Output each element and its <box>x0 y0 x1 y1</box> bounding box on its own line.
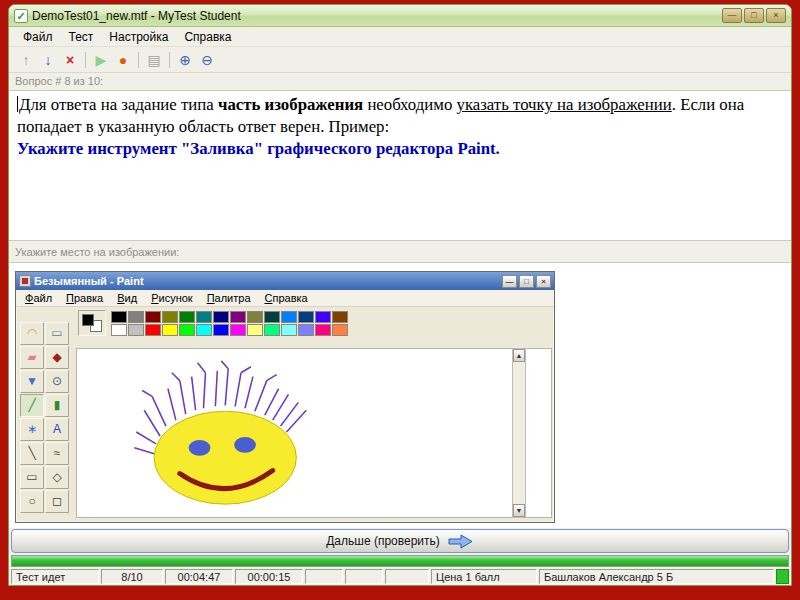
color-swatch <box>264 324 280 336</box>
paint-menu-edit: Правка <box>59 291 110 305</box>
question-header: Вопрос # 8 из 10: <box>9 73 791 90</box>
zoom-in-button[interactable]: ⊕ <box>174 50 196 70</box>
paint-canvas-smiley-drawing <box>76 348 552 518</box>
minimize-button[interactable]: — <box>722 8 742 23</box>
paint-canvas-scrollbar: ▲ ▼ <box>512 348 526 518</box>
menu-test[interactable]: Тест <box>61 28 102 46</box>
paint-tools: ◠▭▰◆▼⊙╱▮∗A╲≈▭◇○◻ <box>20 322 72 513</box>
smiley-face-drawing <box>77 349 551 517</box>
menu-help[interactable]: Справка <box>176 28 239 46</box>
paint-title-bar: Безымянный - Paint —□× <box>16 272 554 290</box>
paint-maximize-button: □ <box>519 275 534 288</box>
status-test-state: Тест идет <box>11 569 99 584</box>
color-swatch <box>179 311 195 323</box>
status-empty-3 <box>385 569 429 584</box>
color-swatch <box>145 311 161 323</box>
color-swatch <box>264 311 280 323</box>
color-swatch <box>247 311 263 323</box>
color-swatch <box>213 324 229 336</box>
free-select-tool-icon: ◠ <box>20 322 44 345</box>
paint-minimize-button: — <box>502 275 517 288</box>
fill-tool-icon: ◆ <box>45 346 69 369</box>
eraser-tool-icon: ▰ <box>20 346 44 369</box>
menu-settings[interactable]: Настройка <box>101 28 176 46</box>
record-button[interactable]: ● <box>112 50 134 70</box>
text-tool-icon: A <box>45 418 69 441</box>
rectangle-tool-icon: ▭ <box>20 466 44 489</box>
paint-app-icon <box>19 275 31 287</box>
current-colors-indicator <box>78 310 106 336</box>
color-swatch <box>281 311 297 323</box>
answer-prompt-label: Укажите место на изображении: <box>9 240 791 262</box>
brush-tool-icon: ▮ <box>45 394 69 417</box>
toolbar-separator <box>169 52 170 68</box>
progress-fill <box>12 556 788 566</box>
next-check-button[interactable]: Дальше (проверить) <box>11 529 789 553</box>
play-button[interactable]: ▶ <box>90 50 112 70</box>
rect-select-tool-icon: ▭ <box>45 322 69 345</box>
resize-grip[interactable] <box>776 569 789 584</box>
color-swatch <box>298 311 314 323</box>
paint-menu-palette: Палитра <box>200 291 258 305</box>
paint-window-buttons: —□× <box>502 275 551 288</box>
foreground-color-swatch <box>82 314 94 326</box>
question-text: Для ответа на задание типа <box>19 95 218 114</box>
status-question-time: 00:00:15 <box>235 569 303 584</box>
app-window-buttons: —□× <box>722 8 786 23</box>
color-swatch <box>230 311 246 323</box>
next-question-button[interactable]: ↓ <box>37 50 59 70</box>
status-question-count: 8/10 <box>101 569 163 584</box>
color-swatch <box>281 324 297 336</box>
color-swatch <box>315 311 331 323</box>
paint-menu-file: Файл <box>18 291 59 305</box>
maximize-button[interactable]: □ <box>744 8 764 23</box>
toolbar-separator <box>138 52 139 68</box>
color-swatch <box>128 324 144 336</box>
curve-tool-icon: ≈ <box>45 442 69 465</box>
color-swatch <box>111 311 127 323</box>
paint-close-button: × <box>536 275 551 288</box>
answer-image-panel[interactable]: Безымянный - Paint —□× ФайлПравкаВидРису… <box>9 262 791 528</box>
color-swatch <box>145 324 161 336</box>
progress-row <box>9 554 791 568</box>
status-user: Башлаков Александр 5 Б <box>539 569 774 584</box>
magnifier-tool-icon: ⊙ <box>45 370 69 393</box>
color-swatch <box>213 311 229 323</box>
question-text-underline: указать точку на изображении <box>456 95 671 114</box>
color-swatch <box>196 324 212 336</box>
answer-image-paint-screenshot[interactable]: Безымянный - Paint —□× ФайлПравкаВидРису… <box>15 271 555 523</box>
app-toolbar: ↑↓×▶●▤⊕⊖ <box>9 47 791 73</box>
toolbar-separator <box>85 52 86 68</box>
title-bar[interactable]: ✓ DemoTest01_new.mtf - MyTest Student —□… <box>9 5 791 27</box>
paint-swatches <box>111 311 348 336</box>
print-button[interactable]: ▤ <box>143 50 165 70</box>
close-button[interactable]: × <box>766 8 786 23</box>
test-progress-bar <box>11 555 789 567</box>
smiley-right-eye <box>234 437 256 453</box>
rounded-rect-tool-icon: ◻ <box>45 490 69 513</box>
paint-window-title: Безымянный - Paint <box>34 275 144 287</box>
stop-test-button[interactable]: × <box>59 50 81 70</box>
question-text-area: Для ответа на задание типа часть изображ… <box>9 90 791 240</box>
question-example-text: Укажите инструмент "Заливка" графическог… <box>17 138 783 160</box>
prev-question-button[interactable]: ↑ <box>15 50 37 70</box>
paint-menu-view: Вид <box>110 291 144 305</box>
color-swatch <box>298 324 314 336</box>
text-caret <box>17 96 18 112</box>
status-empty-1 <box>305 569 343 584</box>
color-swatch <box>196 311 212 323</box>
color-swatch <box>230 324 246 336</box>
zoom-out-button[interactable]: ⊖ <box>196 50 218 70</box>
status-bar-cells: Тест идет8/1000:04:4700:00:15Цена 1 балл… <box>11 569 774 584</box>
status-empty-2 <box>345 569 383 584</box>
scroll-down-icon: ▼ <box>513 504 525 517</box>
color-picker-tool-icon: ▼ <box>20 370 44 393</box>
color-swatch <box>332 324 348 336</box>
next-button-row: Дальше (проверить) <box>9 528 791 554</box>
color-swatch <box>162 311 178 323</box>
scroll-up-icon: ▲ <box>513 349 525 362</box>
ellipse-tool-icon: ○ <box>20 490 44 513</box>
app-icon: ✓ <box>14 9 28 23</box>
color-swatch <box>332 311 348 323</box>
menu-file[interactable]: Файл <box>15 28 61 46</box>
